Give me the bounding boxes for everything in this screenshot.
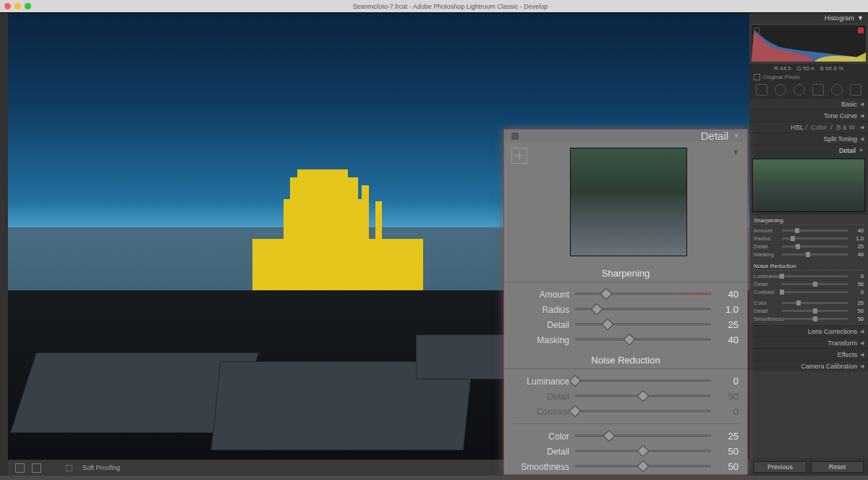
histogram[interactable] bbox=[752, 25, 866, 62]
rgb-readout: R 44.5G 50.4B 68.8 % bbox=[749, 64, 868, 72]
zoom-icon[interactable] bbox=[25, 3, 31, 9]
photo-subject bbox=[252, 156, 423, 290]
shadow-clip-icon[interactable] bbox=[754, 28, 760, 33]
detail-thumb-area bbox=[749, 156, 868, 215]
panel-split-toning[interactable]: Split Toning◀ bbox=[749, 132, 868, 144]
minimize-icon[interactable] bbox=[14, 3, 21, 9]
radial-tool-icon[interactable] bbox=[831, 84, 843, 96]
close-icon[interactable] bbox=[4, 3, 11, 9]
panel-basic[interactable]: Basic◀ bbox=[749, 98, 868, 109]
noise-color-slider[interactable]: Color25 bbox=[504, 429, 747, 444]
panel-effects[interactable]: Effects◀ bbox=[749, 348, 868, 360]
right-panel: Histogram▼ R 44.5G 50.4B 68.8 % Original… bbox=[749, 13, 868, 476]
window-title: Seanmcfoto-7.lrcat - Adobe Photoshop Lig… bbox=[37, 3, 864, 10]
loupe-view-icon[interactable] bbox=[15, 463, 25, 473]
previous-button[interactable]: Previous bbox=[754, 461, 807, 473]
panel-transform[interactable]: Transform◀ bbox=[749, 337, 868, 348]
detail-target-icon[interactable] bbox=[511, 148, 527, 164]
highlight-clip-icon[interactable] bbox=[858, 28, 864, 33]
noise-contrast-slider[interactable]: Contrast0 bbox=[504, 404, 747, 419]
left-rail[interactable] bbox=[0, 13, 8, 476]
traffic-lights bbox=[4, 3, 31, 9]
mini-luminance-slider[interactable]: Luminance0 bbox=[754, 272, 864, 280]
mini-masking-slider[interactable]: Masking40 bbox=[754, 250, 864, 258]
grad-tool-icon[interactable] bbox=[812, 84, 824, 96]
panel-lens[interactable]: Lens Corrections◀ bbox=[749, 325, 868, 337]
mini-smooth-slider[interactable]: Smoothness50 bbox=[754, 315, 864, 323]
original-photo-checkbox[interactable] bbox=[754, 74, 760, 80]
popup-title[interactable]: Detail▼ bbox=[504, 130, 747, 142]
mini-radius-slider[interactable]: Radius1.0 bbox=[754, 235, 864, 243]
noise-smoothness-slider[interactable]: Smoothness50 bbox=[504, 459, 747, 474]
popup-thumbnail[interactable] bbox=[570, 148, 687, 256]
panel-camera-cal[interactable]: Camera Calibration◀ bbox=[749, 360, 868, 371]
redeye-tool-icon[interactable] bbox=[793, 84, 805, 96]
tool-strip bbox=[749, 82, 868, 98]
mini-ldetail-slider[interactable]: Detail50 bbox=[754, 280, 864, 288]
noise-detail-slider[interactable]: Detail50 bbox=[504, 389, 747, 404]
noise-detail-slider[interactable]: Detail50 bbox=[504, 444, 747, 459]
sharpen-masking-slider[interactable]: Masking40 bbox=[504, 332, 747, 348]
panel-detail[interactable]: Detail▼ bbox=[749, 144, 868, 156]
original-photo-row[interactable]: Original Photo bbox=[749, 72, 868, 82]
noise-luminance-slider[interactable]: Luminance0 bbox=[504, 374, 747, 389]
mini-lcontrast-slider[interactable]: Contrast0 bbox=[754, 288, 864, 296]
detail-panel-popup: Detail▼ ▼ Sharpening Amount40Radius1.0De… bbox=[503, 129, 748, 475]
mini-sharpening-group: Sharpening Amount40 Radius1.0 Detail25 M… bbox=[749, 215, 868, 261]
panel-tone-curve[interactable]: Tone Curve◀ bbox=[749, 109, 868, 121]
popup-sharpening-title: Sharpening bbox=[504, 266, 747, 282]
sharpen-radius-slider[interactable]: Radius1.0 bbox=[504, 302, 747, 317]
window-titlebar: Seanmcfoto-7.lrcat - Adobe Photoshop Lig… bbox=[0, 0, 868, 12]
mini-noise-group: Noise Reduction Luminance0 Detail50 Cont… bbox=[749, 261, 868, 325]
reset-button[interactable]: Reset bbox=[811, 461, 864, 473]
before-after-icon[interactable] bbox=[32, 463, 41, 473]
mini-amount-slider[interactable]: Amount40 bbox=[754, 227, 864, 235]
mini-cdetail-slider[interactable]: Detail50 bbox=[754, 307, 864, 315]
mini-detail-slider[interactable]: Detail25 bbox=[754, 243, 864, 250]
soft-proofing-checkbox[interactable] bbox=[66, 465, 72, 471]
mini-color-slider[interactable]: Color25 bbox=[754, 299, 864, 307]
panel-buttons: Previous Reset bbox=[749, 458, 868, 476]
sharpen-amount-slider[interactable]: Amount40 bbox=[504, 287, 747, 302]
soft-proofing-label: Soft Proofing bbox=[82, 464, 120, 471]
panel-hsl[interactable]: HSL / Color / B & W◀ bbox=[749, 121, 868, 132]
brush-tool-icon[interactable] bbox=[850, 84, 861, 96]
sharpen-detail-slider[interactable]: Detail25 bbox=[504, 317, 747, 332]
crop-tool-icon[interactable] bbox=[756, 84, 767, 96]
panel-switch-icon[interactable] bbox=[511, 132, 519, 140]
popup-noise-title: Noise Reduction bbox=[504, 353, 747, 369]
spot-tool-icon[interactable] bbox=[775, 84, 786, 96]
histogram-header[interactable]: Histogram▼ bbox=[749, 13, 868, 23]
detail-thumbnail[interactable] bbox=[752, 159, 865, 212]
chevron-down-icon[interactable]: ▼ bbox=[730, 148, 740, 156]
